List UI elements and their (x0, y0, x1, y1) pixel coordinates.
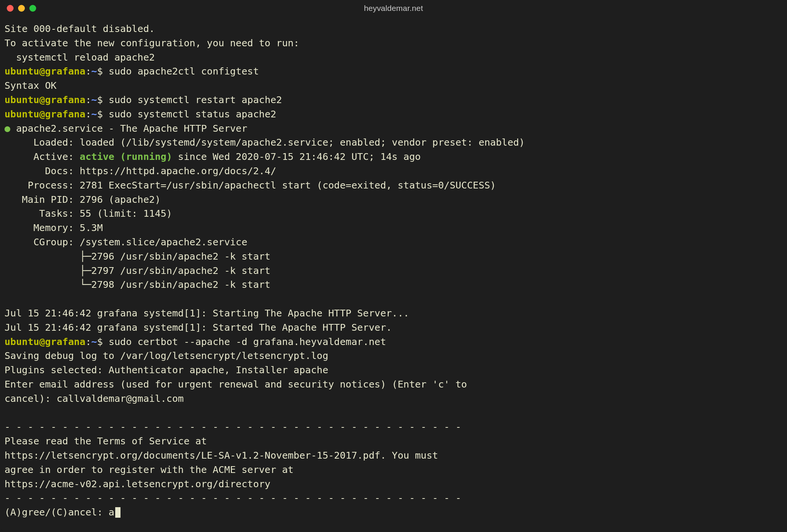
output-line: Syntax OK (5, 80, 56, 91)
prompt-sigil: $ (97, 108, 103, 120)
prompt-at: @ (39, 94, 45, 105)
divider-dashes: - - - - - - - - - - - - - - - - - - - - … (5, 492, 461, 503)
output-line: Site 000-default disabled. (5, 23, 155, 34)
prompt-at: @ (39, 336, 45, 347)
prompt-host: grafana (45, 336, 85, 347)
prompt-path: ~ (91, 108, 97, 120)
window-title: heyvaldemar.net (0, 4, 787, 13)
prompt-colon: : (85, 108, 91, 120)
command-text: sudo systemctl restart apache2 (103, 94, 282, 105)
service-cgroup: CGroup: /system.slice/apache2.service (5, 236, 247, 248)
prompt-host: grafana (45, 94, 85, 105)
output-line: cancel): callvaldemar@gmail.com (5, 393, 184, 404)
log-line: Jul 15 21:46:42 grafana systemd[1]: Star… (5, 322, 392, 333)
output-line: Saving debug log to /var/log/letsencrypt… (5, 350, 328, 361)
prompt-host: grafana (45, 65, 85, 77)
prompt-user: ubuntu (5, 336, 39, 347)
log-line: Jul 15 21:46:42 grafana systemd[1]: Star… (5, 307, 409, 319)
status-dot-icon: ● (5, 123, 10, 134)
output-line: systemctl reload apache2 (5, 52, 155, 63)
prompt-sigil: $ (97, 94, 103, 105)
service-active-since: since Wed 2020-07-15 21:46:42 UTC; 14s a… (172, 151, 421, 162)
service-header: apache2.service - The Apache HTTP Server (10, 123, 247, 134)
output-line: To activate the new configuration, you n… (5, 37, 299, 49)
output-line: Enter email address (used for urgent ren… (5, 378, 467, 390)
prompt-sigil: $ (97, 65, 103, 77)
service-active-label: Active: (5, 151, 80, 162)
prompt-user: ubuntu (5, 108, 39, 120)
minimize-icon[interactable] (18, 5, 25, 12)
prompt-at: @ (39, 65, 45, 77)
output-line: https://acme-v02.api.letsencrypt.org/dir… (5, 478, 270, 489)
traffic-lights (7, 5, 36, 12)
prompt-host: grafana (45, 108, 85, 120)
agree-prompt: (A)gree/(C)ancel: a (5, 506, 114, 518)
service-loaded: Loaded: loaded (/lib/systemd/system/apac… (5, 137, 525, 148)
prompt-colon: : (85, 94, 91, 105)
prompt-colon: : (85, 336, 91, 347)
output-line: Plugins selected: Authenticator apache, … (5, 364, 328, 375)
prompt-at: @ (39, 108, 45, 120)
service-tasks: Tasks: 55 (limit: 1145) (5, 208, 172, 219)
prompt-path: ~ (91, 94, 97, 105)
maximize-icon[interactable] (29, 5, 36, 12)
prompt-sigil: $ (97, 336, 103, 347)
cgroup-child: ├─2796 /usr/sbin/apache2 -k start (5, 251, 270, 262)
divider-dashes: - - - - - - - - - - - - - - - - - - - - … (5, 421, 461, 432)
terminal-content[interactable]: Site 000-default disabled. To activate t… (0, 17, 787, 520)
command-text: sudo systemctl status apache2 (103, 108, 276, 120)
prompt-user: ubuntu (5, 94, 39, 105)
titlebar: heyvaldemar.net (0, 0, 787, 17)
prompt-path: ~ (91, 65, 97, 77)
service-active-status: active (running) (80, 151, 172, 162)
prompt-path: ~ (91, 336, 97, 347)
command-text: sudo apache2ctl configtest (103, 65, 259, 77)
service-main-pid: Main PID: 2796 (apache2) (5, 194, 161, 205)
output-line: https://letsencrypt.org/documents/LE-SA-… (5, 450, 438, 461)
cgroup-child: └─2798 /usr/sbin/apache2 -k start (5, 279, 270, 290)
service-process: Process: 2781 ExecStart=/usr/sbin/apache… (5, 179, 496, 191)
prompt-user: ubuntu (5, 65, 39, 77)
output-line: agree in order to register with the ACME… (5, 464, 294, 475)
service-docs: Docs: https://httpd.apache.org/docs/2.4/ (5, 165, 276, 176)
cgroup-child: ├─2797 /usr/sbin/apache2 -k start (5, 265, 270, 276)
command-text: sudo certbot --apache -d grafana.heyvald… (103, 336, 386, 347)
terminal-window: heyvaldemar.net Site 000-default disable… (0, 0, 787, 532)
cursor-block-icon (115, 507, 120, 518)
output-line: Please read the Terms of Service at (5, 435, 207, 447)
service-memory: Memory: 5.3M (5, 222, 103, 233)
prompt-colon: : (85, 65, 91, 77)
close-icon[interactable] (7, 5, 14, 12)
